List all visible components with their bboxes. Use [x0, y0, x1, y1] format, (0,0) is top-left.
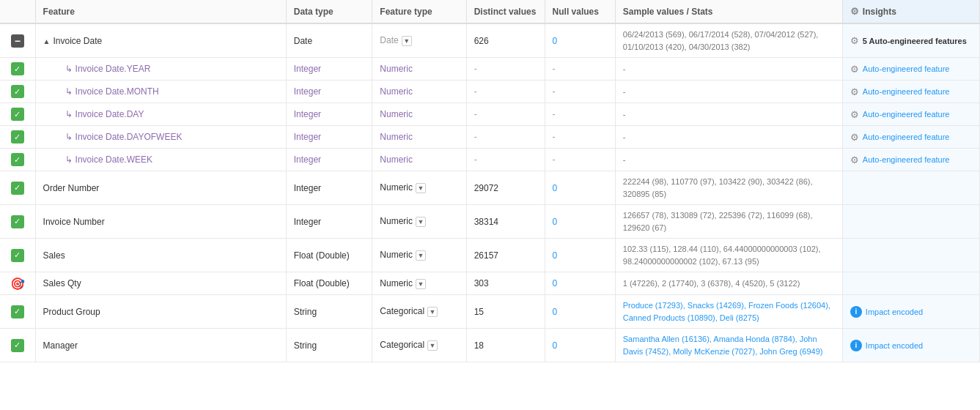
insights-text: Auto-engineered feature: [863, 155, 950, 164]
sample-text: 06/24/2013 (569), 06/17/2014 (528), 07/0…: [623, 30, 819, 51]
checkbox-cell[interactable]: ✓: [0, 329, 35, 362]
featuretype-dropdown[interactable]: ▼: [427, 307, 438, 317]
featuretype-label: Numeric: [380, 109, 413, 119]
featuretype-dropdown[interactable]: ▼: [427, 340, 438, 351]
sample-values-cell: 126657 (78), 313089 (72), 225396 (72), 1…: [615, 205, 842, 239]
featuretype-cell[interactable]: Numeric: [372, 103, 466, 126]
sample-values-cell: -: [615, 81, 842, 103]
datatype-label: Integer: [294, 132, 321, 142]
distinct-values-cell: 303: [466, 272, 545, 295]
null-values-cell: -: [545, 126, 615, 149]
insights-badge: ⚙Auto-engineered feature: [850, 154, 950, 165]
feature-checkbox[interactable]: ✓: [11, 305, 24, 318]
table-row: ✓↳Invoice Date.DAYIntegerNumeric---⚙Auto…: [0, 103, 980, 126]
feature-name-cell: Sales Qty: [35, 272, 286, 295]
table-row: ✓↳Invoice Date.YEARIntegerNumeric---⚙Aut…: [0, 58, 980, 81]
featuretype-cell[interactable]: Numeric▼: [372, 239, 466, 272]
checkbox-cell[interactable]: 🎯: [0, 272, 35, 295]
featuretype-cell[interactable]: Numeric: [372, 149, 466, 171]
table-row: ✓Invoice NumberIntegerNumeric▼3831401266…: [0, 205, 980, 239]
insights-badge: ⚙Auto-engineered feature: [850, 132, 950, 143]
feature-label: ↳Invoice Date.MONTH: [43, 86, 159, 97]
featuretype-cell[interactable]: Numeric: [372, 81, 466, 103]
featuretype-label: Categorical: [380, 340, 424, 350]
null-value: 0: [553, 340, 558, 351]
featuretype-cell[interactable]: Numeric: [372, 126, 466, 149]
null-value: -: [553, 132, 556, 142]
feature-label: Order Number: [43, 183, 100, 193]
featuretype-cell[interactable]: Numeric▼: [372, 171, 466, 205]
sample-text: -: [623, 64, 626, 73]
table-row: ✓↳Invoice Date.DAYOFWEEKIntegerNumeric--…: [0, 126, 980, 149]
featuretype-label: Numeric: [380, 182, 413, 193]
column-header-feature: Feature: [35, 0, 286, 23]
datatype-cell: String: [286, 295, 372, 329]
null-values-cell: -: [545, 149, 615, 171]
feature-checkbox[interactable]: ✓: [11, 182, 24, 195]
datatype-cell: Integer: [286, 205, 372, 239]
collapse-arrow[interactable]: ▲: [43, 37, 51, 45]
gear-icon: ⚙: [850, 154, 859, 165]
insights-cell: [842, 205, 979, 239]
checkbox-cell[interactable]: ✓: [0, 58, 35, 81]
featuretype-cell[interactable]: Categorical▼: [372, 295, 466, 329]
feature-checkbox[interactable]: ✓: [11, 108, 24, 121]
checkbox-cell[interactable]: −: [0, 23, 35, 58]
distinct-value: 38314: [474, 217, 498, 227]
column-header-sample: Sample values / Stats: [615, 0, 842, 23]
featuretype-cell[interactable]: Categorical▼: [372, 329, 466, 362]
feature-checkbox[interactable]: ✓: [11, 249, 24, 262]
distinct-values-cell: -: [466, 103, 545, 126]
insights-cell: ⚙Auto-engineered feature: [842, 58, 979, 81]
checkbox-cell[interactable]: ✓: [0, 149, 35, 171]
featuretype-cell[interactable]: Date▼: [372, 23, 466, 58]
insights-cell: ⚙Auto-engineered feature: [842, 126, 979, 149]
featuretype-dropdown[interactable]: ▼: [402, 36, 412, 46]
checkbox-cell[interactable]: ✓: [0, 126, 35, 149]
info-icon: i: [850, 340, 862, 351]
column-header-featuretype: Feature type: [372, 0, 466, 23]
checkbox-cell[interactable]: ✓: [0, 81, 35, 103]
feature-checkbox[interactable]: ✓: [11, 85, 24, 98]
insights-badge: ⚙Auto-engineered feature: [850, 64, 950, 75]
checkbox-cell[interactable]: ✓: [0, 171, 35, 205]
featuretype-dropdown[interactable]: ▼: [416, 217, 426, 227]
distinct-value: -: [474, 154, 477, 165]
featuretype-cell[interactable]: Numeric▼: [372, 272, 466, 295]
table-row: ✓↳Invoice Date.WEEKIntegerNumeric---⚙Aut…: [0, 149, 980, 171]
gear-icon: ⚙: [850, 86, 859, 97]
checkbox-cell[interactable]: ✓: [0, 295, 35, 329]
gear-icon: ⚙: [850, 64, 859, 75]
featuretype-cell[interactable]: Numeric: [372, 58, 466, 81]
distinct-value: 303: [474, 278, 489, 288]
distinct-values-cell: 18: [466, 329, 545, 362]
feature-checkbox[interactable]: ✓: [11, 153, 24, 166]
sample-text: 102.33 (115), 128.44 (110), 64.440000000…: [623, 245, 821, 266]
feature-checkbox[interactable]: ✓: [11, 339, 24, 352]
datatype-label: String: [294, 307, 317, 317]
distinct-values-cell: 29072: [466, 171, 545, 205]
null-value: -: [553, 109, 556, 119]
featuretype-dropdown[interactable]: ▼: [416, 183, 426, 193]
feature-checkbox[interactable]: ✓: [11, 215, 24, 228]
featuretype-label: Numeric: [380, 278, 413, 288]
datatype-label: Date: [294, 36, 312, 46]
distinct-values-cell: 626: [466, 23, 545, 58]
featuretype-cell[interactable]: Numeric▼: [372, 205, 466, 239]
featuretype-dropdown[interactable]: ▼: [416, 250, 426, 261]
feature-checkbox[interactable]: ✓: [11, 62, 24, 75]
featuretype-dropdown[interactable]: ▼: [416, 279, 426, 289]
null-value: 0: [553, 307, 558, 317]
datatype-label: Integer: [294, 154, 321, 165]
target-icon: 🎯: [11, 277, 24, 290]
column-header-insights: ⚙ Insights: [842, 0, 979, 23]
feature-name-cell: ▲Invoice Date: [35, 23, 286, 58]
insights-text: Auto-engineered feature: [863, 64, 950, 73]
table-row: ✓SalesFloat (Double)Numeric▼261570102.33…: [0, 239, 980, 272]
checkbox-cell[interactable]: ✓: [0, 205, 35, 239]
null-value: -: [553, 154, 556, 165]
collapse-button[interactable]: −: [11, 34, 24, 48]
checkbox-cell[interactable]: ✓: [0, 239, 35, 272]
feature-checkbox[interactable]: ✓: [11, 130, 24, 144]
checkbox-cell[interactable]: ✓: [0, 103, 35, 126]
